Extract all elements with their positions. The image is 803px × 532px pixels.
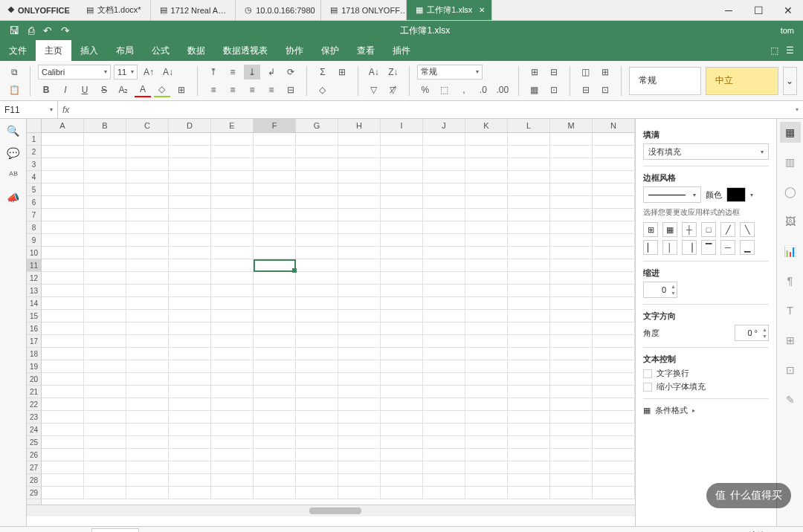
row-header[interactable]: 6 bbox=[27, 196, 41, 209]
cell[interactable] bbox=[211, 436, 254, 449]
image-settings-icon[interactable]: 🖼 bbox=[780, 211, 801, 232]
cell[interactable] bbox=[550, 259, 593, 272]
paragraph-icon[interactable]: ¶ bbox=[780, 270, 801, 291]
cell[interactable] bbox=[42, 272, 84, 285]
cell[interactable] bbox=[423, 133, 465, 146]
cell[interactable] bbox=[211, 234, 254, 247]
cell[interactable] bbox=[508, 234, 550, 247]
column-header[interactable]: B bbox=[84, 119, 126, 132]
cell[interactable] bbox=[465, 184, 508, 196]
scrollbar-thumb[interactable] bbox=[309, 507, 361, 514]
tab-close-icon[interactable]: ✕ bbox=[479, 6, 485, 14]
document-tab-3[interactable]: ▤1718 ONLYOFF… bbox=[321, 0, 407, 20]
cell[interactable] bbox=[296, 348, 338, 360]
cell[interactable] bbox=[296, 133, 338, 146]
cell[interactable] bbox=[296, 360, 338, 373]
border-line-select[interactable]: ▾ bbox=[643, 186, 701, 203]
cell[interactable] bbox=[550, 424, 593, 436]
cell[interactable] bbox=[169, 398, 211, 411]
cell[interactable] bbox=[465, 322, 508, 335]
cell[interactable] bbox=[423, 184, 465, 196]
cell[interactable] bbox=[550, 310, 593, 322]
cell[interactable] bbox=[211, 247, 254, 259]
cell[interactable] bbox=[338, 209, 381, 221]
table-settings-icon[interactable]: ▥ bbox=[780, 152, 801, 172]
cell[interactable] bbox=[593, 487, 635, 499]
cell[interactable] bbox=[550, 348, 593, 360]
cell[interactable] bbox=[593, 424, 635, 436]
align-bottom-icon[interactable]: ⤓ bbox=[244, 65, 260, 80]
cell[interactable] bbox=[550, 398, 593, 411]
cell[interactable] bbox=[508, 348, 550, 360]
cell[interactable] bbox=[465, 196, 508, 209]
cell[interactable] bbox=[42, 386, 84, 398]
align-top-icon[interactable]: ⤒ bbox=[205, 65, 222, 80]
cell[interactable] bbox=[508, 272, 550, 285]
cell-grid[interactable] bbox=[42, 133, 635, 505]
cell[interactable] bbox=[296, 196, 338, 209]
row-header[interactable]: 18 bbox=[27, 348, 41, 360]
cell[interactable] bbox=[42, 360, 84, 373]
cell[interactable] bbox=[126, 373, 169, 386]
cell[interactable] bbox=[296, 424, 338, 436]
sort-asc-icon[interactable]: A↓ bbox=[366, 65, 382, 80]
cell[interactable] bbox=[169, 348, 211, 360]
cell[interactable] bbox=[338, 221, 381, 234]
minimize-button[interactable]: ─ bbox=[714, 0, 744, 21]
cell[interactable] bbox=[126, 234, 169, 247]
cell[interactable] bbox=[338, 196, 381, 209]
cell[interactable] bbox=[296, 234, 338, 247]
cell[interactable] bbox=[296, 221, 338, 234]
row-header[interactable]: 11 bbox=[27, 259, 41, 272]
cell[interactable] bbox=[254, 272, 296, 285]
cell[interactable] bbox=[84, 259, 126, 272]
row-header[interactable]: 21 bbox=[27, 386, 41, 398]
cell[interactable] bbox=[381, 461, 423, 474]
insert-cells-icon[interactable]: ⊞ bbox=[526, 65, 543, 80]
cell[interactable] bbox=[423, 360, 465, 373]
cell[interactable] bbox=[550, 146, 593, 158]
cell[interactable] bbox=[593, 247, 635, 259]
cell[interactable] bbox=[465, 360, 508, 373]
cell[interactable] bbox=[211, 158, 254, 171]
cell[interactable] bbox=[508, 436, 550, 449]
cell[interactable] bbox=[296, 436, 338, 449]
cell[interactable] bbox=[254, 386, 296, 398]
cell[interactable] bbox=[211, 310, 254, 322]
column-header[interactable]: A bbox=[42, 119, 84, 132]
cell[interactable] bbox=[465, 436, 508, 449]
cell[interactable] bbox=[169, 272, 211, 285]
cell[interactable] bbox=[169, 386, 211, 398]
cell[interactable] bbox=[381, 171, 423, 184]
cell[interactable] bbox=[254, 196, 296, 209]
cell[interactable] bbox=[508, 424, 550, 436]
cell[interactable] bbox=[211, 449, 254, 461]
cell[interactable] bbox=[211, 487, 254, 499]
cell[interactable] bbox=[338, 158, 381, 171]
align-middle-icon[interactable]: ≡ bbox=[225, 65, 241, 80]
orientation-icon[interactable]: ⟳ bbox=[283, 65, 299, 80]
chart-settings-icon[interactable]: 📊 bbox=[780, 241, 801, 262]
cell[interactable] bbox=[508, 360, 550, 373]
cell[interactable] bbox=[465, 449, 508, 461]
formula-input[interactable] bbox=[74, 101, 791, 118]
cell[interactable] bbox=[338, 487, 381, 499]
font-color-button[interactable]: A bbox=[135, 82, 151, 97]
cell[interactable] bbox=[254, 474, 296, 487]
cell[interactable] bbox=[254, 297, 296, 310]
cell[interactable] bbox=[593, 348, 635, 360]
delete-cells-icon[interactable]: ⊟ bbox=[546, 65, 562, 80]
cell[interactable] bbox=[381, 297, 423, 310]
row-header[interactable]: 12 bbox=[27, 272, 41, 285]
cell[interactable] bbox=[593, 398, 635, 411]
cell[interactable] bbox=[169, 247, 211, 259]
cell[interactable] bbox=[381, 310, 423, 322]
cell[interactable] bbox=[423, 398, 465, 411]
cell[interactable] bbox=[423, 221, 465, 234]
cell[interactable] bbox=[296, 146, 338, 158]
cell[interactable] bbox=[338, 386, 381, 398]
cell[interactable] bbox=[84, 360, 126, 373]
cell[interactable] bbox=[381, 386, 423, 398]
cell[interactable] bbox=[254, 449, 296, 461]
cell[interactable] bbox=[381, 398, 423, 411]
